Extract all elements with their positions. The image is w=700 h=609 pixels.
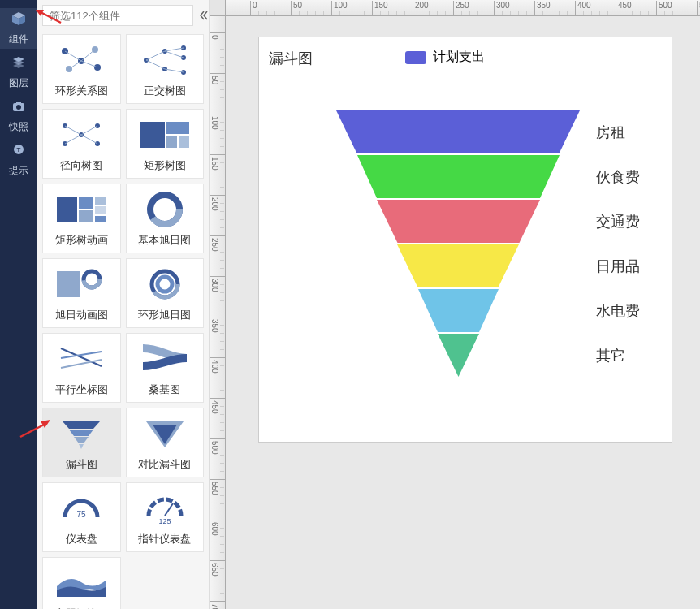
svg-marker-62	[69, 430, 93, 436]
component-tile[interactable]: 125指针仪表盘	[126, 482, 205, 552]
sunburst-preview-icon	[132, 189, 197, 230]
svg-line-18	[81, 61, 97, 67]
svg-text:75: 75	[77, 510, 87, 519]
tree-preview-icon	[132, 40, 197, 80]
layers-icon	[11, 54, 27, 73]
nav-label: 图层	[9, 76, 28, 90]
nav-item-tips[interactable]: T 提示	[0, 140, 37, 180]
svg-rect-46	[79, 210, 93, 222]
svg-line-39	[81, 135, 97, 144]
nav-label: 组件	[9, 32, 28, 46]
component-tile[interactable]: 75仪表盘	[42, 482, 121, 552]
funnel-preview-icon	[49, 413, 114, 454]
svg-rect-42	[166, 136, 177, 148]
component-tile[interactable]: 径向树图	[42, 109, 121, 179]
svg-line-38	[65, 135, 81, 144]
svg-marker-71	[357, 155, 560, 198]
funnel-label: 其它	[596, 346, 625, 365]
svg-line-17	[81, 50, 95, 61]
collapse-panel-button[interactable]	[198, 8, 210, 23]
component-tile-label: 桑基图	[149, 382, 180, 397]
component-tile[interactable]: 平行坐标图	[42, 333, 121, 403]
nav-item-layers[interactable]: 图层	[0, 52, 37, 93]
svg-marker-70	[336, 110, 580, 153]
funnel-compare-preview-icon	[132, 413, 197, 454]
svg-line-37	[81, 126, 97, 135]
component-tile-label: 正交树图	[144, 84, 186, 98]
svg-line-36	[65, 126, 81, 135]
component-tile[interactable]: 环形关系图	[42, 34, 121, 104]
component-tile[interactable]: 正交树图	[126, 34, 205, 104]
component-tile[interactable]: 矩形树图	[126, 109, 205, 179]
funnel-label: 伙食费	[596, 167, 640, 187]
svg-rect-44	[57, 197, 77, 222]
component-tile[interactable]: 漏斗图	[42, 408, 121, 477]
component-grid: 环形关系图正交树图径向树图矩形树图矩形树动画基本旭日图旭日动画图环形旭日图平行坐…	[37, 31, 209, 609]
treemap-preview-icon	[132, 114, 197, 155]
component-tile-label: 仪表盘	[66, 532, 97, 546]
funnel-label: 交通费	[596, 212, 640, 231]
component-tile[interactable]: 旭日动画图	[42, 258, 121, 328]
svg-rect-47	[95, 197, 106, 205]
nav-label: 快照	[9, 120, 28, 134]
cube-icon	[11, 11, 27, 29]
svg-rect-8	[16, 102, 21, 104]
canvas[interactable]: 漏斗图 计划支出 房租伙食费交通费日用品水电费其它	[258, 37, 672, 443]
svg-text:T: T	[17, 146, 21, 153]
component-tile-label: 漏斗图	[66, 457, 97, 472]
component-panel: 环形关系图正交树图径向树图矩形树图矩形树动画基本旭日图旭日动画图环形旭日图平行坐…	[37, 0, 210, 609]
svg-marker-5	[13, 63, 24, 68]
sunburst-anim-preview-icon	[49, 264, 114, 304]
svg-point-7	[16, 105, 21, 110]
svg-point-56	[158, 277, 172, 292]
component-tile-label: 径向树图	[60, 158, 102, 173]
ruler-vertical: 0501001502002503003504004505005506006507…	[210, 16, 226, 609]
component-tile[interactable]: 基本旭日图	[126, 184, 205, 253]
funnel-segment: 伙食费	[357, 155, 560, 198]
funnel-segment: 其它	[438, 334, 479, 377]
svg-rect-52	[57, 271, 80, 297]
camera-icon	[11, 98, 27, 117]
sankey-preview-icon	[132, 339, 197, 379]
svg-marker-72	[377, 200, 540, 243]
component-tile[interactable]: 主题河流图	[42, 557, 121, 609]
chart-title: 漏斗图	[269, 49, 313, 68]
sunburst-ring-preview-icon	[132, 264, 197, 304]
nav-item-components[interactable]: 组件	[0, 8, 37, 49]
svg-marker-63	[74, 437, 89, 443]
funnel-segment: 日用品	[397, 244, 519, 287]
component-tile[interactable]: 桑基图	[126, 333, 205, 403]
svg-text:125: 125	[158, 517, 171, 525]
svg-line-27	[146, 60, 165, 69]
svg-line-68	[165, 503, 173, 516]
parallel-preview-icon	[49, 339, 114, 379]
ruler-horizontal: 050100150200250300350400450500550600	[226, 0, 700, 16]
svg-rect-43	[179, 136, 189, 148]
svg-line-16	[65, 51, 81, 61]
funnel-segment: 水电费	[418, 289, 499, 332]
search-row	[37, 0, 209, 31]
bulb-icon: T	[11, 142, 27, 161]
svg-line-28	[165, 48, 184, 51]
component-tile[interactable]: 环形旭日图	[126, 258, 205, 328]
search-input[interactable]	[42, 5, 193, 26]
funnel-segment: 交通费	[377, 200, 540, 243]
component-tile-label: 对比漏斗图	[138, 457, 191, 472]
svg-rect-49	[95, 216, 106, 222]
legend-swatch	[405, 51, 426, 64]
component-tile-label: 环形旭日图	[138, 308, 191, 322]
nav-item-snapshot[interactable]: 快照	[0, 96, 37, 136]
svg-line-26	[146, 51, 165, 60]
component-tile[interactable]: 对比漏斗图	[126, 408, 205, 477]
svg-line-19	[69, 61, 81, 69]
radial-tree-preview-icon	[49, 114, 114, 155]
funnel-segment: 房租	[336, 110, 580, 153]
funnel-label: 日用品	[596, 257, 640, 276]
svg-rect-40	[140, 122, 165, 148]
svg-marker-61	[63, 421, 100, 429]
component-tile[interactable]: 矩形树动画	[42, 184, 121, 253]
scatter-ring-preview-icon	[49, 40, 114, 80]
svg-rect-45	[79, 197, 93, 209]
chevron-double-left-icon	[198, 10, 210, 21]
gauge-pointer-preview-icon: 125	[132, 488, 197, 529]
